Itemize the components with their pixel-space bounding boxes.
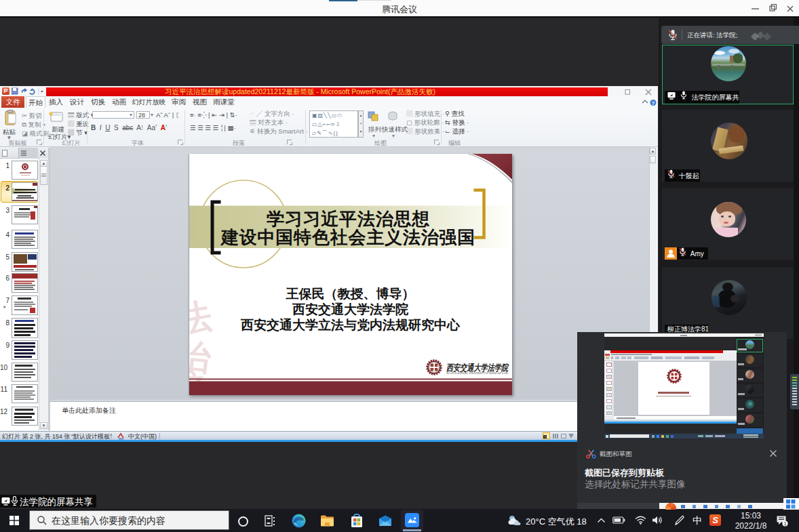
svg-text:西安交通大学法学院: 西安交通大学法学院 [446, 363, 509, 373]
svg-text:1: 1 [783, 520, 786, 527]
svg-text:?: ? [652, 100, 655, 106]
svg-text:XI'AN JIAOTONG UNIVERSITY SCHO: XI'AN JIAOTONG UNIVERSITY SCHOOL OF LAW [446, 372, 508, 375]
